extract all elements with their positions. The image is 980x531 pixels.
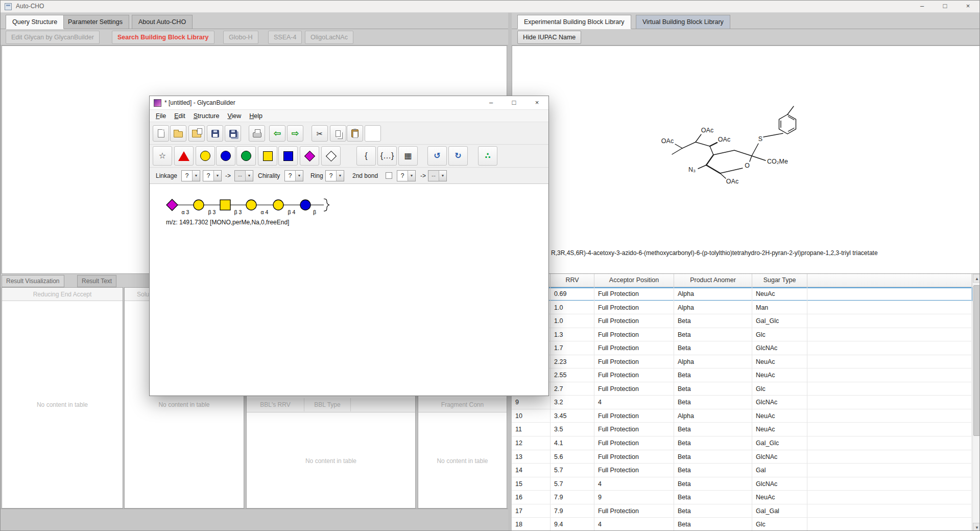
globo-h-button[interactable]: Globo-H: [223, 31, 258, 44]
column-header-blank[interactable]: [807, 274, 972, 287]
table-row[interactable]: 21.0Full ProtectionAlphaMan: [512, 301, 972, 315]
paste-button[interactable]: [347, 125, 363, 142]
table-row[interactable]: 145.7Full ProtectionBetaGal: [512, 464, 972, 477]
glycanbuilder-canvas[interactable]: α 3 β 3 β 3 α 4 β 4 β m/z: 1491.7302 [MO…: [150, 184, 548, 395]
second-bond-combo[interactable]: ?▼: [397, 170, 416, 181]
bracket-button[interactable]: {: [356, 146, 376, 166]
residue-galnac-square[interactable]: [220, 200, 230, 210]
table-row[interactable]: 82.7Full ProtectionBetaGlc: [512, 382, 972, 396]
table-row[interactable]: 135.6Full ProtectionBetaGlcNAc: [512, 450, 972, 464]
redo-button[interactable]: ⇨: [287, 125, 303, 142]
rotate-cw-button[interactable]: ↻: [448, 146, 468, 166]
gb-maximize-button[interactable]: □: [503, 96, 525, 110]
minimize-button[interactable]: –: [911, 1, 934, 13]
residue-gal-circle[interactable]: [246, 200, 256, 210]
circle-yellow-residue-button[interactable]: [196, 146, 215, 166]
table-row[interactable]: 31.0Full ProtectionBetaGal_Glc: [512, 314, 972, 328]
chirality-combo[interactable]: ?▼: [284, 170, 303, 181]
rotate-ccw-button[interactable]: ↺: [427, 146, 447, 166]
table-row[interactable]: 41.3Full ProtectionBetaGlc: [512, 328, 972, 342]
tab-experimental-bbl[interactable]: Experimental Building Block Library: [517, 15, 631, 29]
circle-blue-residue-button[interactable]: [216, 146, 235, 166]
hide-iupac-name-button[interactable]: Hide IUPAC Name: [517, 31, 581, 44]
copy-button[interactable]: [330, 125, 346, 142]
linkage-to-combo[interactable]: ?▼: [203, 170, 222, 181]
table-row[interactable]: 177.9Full ProtectionBetaGal_Gal: [512, 504, 972, 518]
table-row[interactable]: 113.5Full ProtectionBetaNeuAc: [512, 423, 972, 436]
star-residue-button[interactable]: ☆: [153, 146, 172, 166]
table-row[interactable]: 124.1Full ProtectionBetaGal_Glc: [512, 436, 972, 450]
table-row[interactable]: 51.7Full ProtectionBetaGlcNAc: [512, 341, 972, 355]
glycan-structure[interactable]: α 3 β 3 β 3 α 4 β 4 β: [155, 195, 344, 221]
table-row[interactable]: 103.45Full ProtectionAlphaNeuAc: [512, 409, 972, 423]
tab-about-auto-cho[interactable]: About Auto-CHO: [132, 15, 193, 29]
table-row[interactable]: 72.55Full ProtectionBetaNeuAc: [512, 368, 972, 382]
second-bond-target-combo[interactable]: --▼: [428, 170, 447, 181]
cut-button[interactable]: ✂: [312, 125, 328, 142]
column-header-rrv[interactable]: RRV: [551, 274, 594, 287]
second-bond-checkbox[interactable]: [386, 172, 392, 179]
reducing-end-acceptor-header[interactable]: Reducing End Accept: [2, 288, 123, 301]
glycanbuilder-title-bar[interactable]: * [untitled] - GlycanBuilder – □ ×: [150, 96, 548, 110]
repeat-unit-button[interactable]: {…}: [377, 146, 397, 166]
residue-gal-circle[interactable]: [194, 200, 204, 210]
menu-edit[interactable]: Edit: [170, 110, 189, 122]
residue-glc-circle[interactable]: [300, 200, 310, 210]
column-header-acceptor-position[interactable]: Acceptor Position: [594, 274, 674, 287]
menu-file[interactable]: File: [152, 110, 170, 122]
bbl-type-column-header[interactable]: BBL Type: [304, 398, 351, 411]
square-yellow-residue-button[interactable]: [258, 146, 277, 166]
tab-result-visualization[interactable]: Result Visualization: [2, 275, 64, 287]
menu-help[interactable]: Help: [245, 110, 267, 122]
square-blue-residue-button[interactable]: [278, 146, 298, 166]
triangle-red-residue-button[interactable]: [174, 146, 194, 166]
tab-result-text[interactable]: Result Text: [77, 275, 116, 287]
gb-minimize-button[interactable]: –: [480, 96, 503, 110]
save-as-button[interactable]: [225, 125, 241, 142]
oligolacnac-button[interactable]: OligoLacNAc: [305, 31, 353, 44]
column-header-sugar-type[interactable]: Sugar Type: [752, 274, 807, 287]
table-scrollbar[interactable]: ▲ ▼: [972, 274, 980, 531]
circle-green-residue-button[interactable]: [236, 146, 256, 166]
import-document-button[interactable]: [188, 125, 205, 142]
close-button[interactable]: ×: [957, 1, 979, 13]
menu-structure[interactable]: Structure: [189, 110, 224, 122]
tab-query-structure[interactable]: Query Structure: [6, 15, 64, 29]
residue-properties-button[interactable]: ▦: [398, 146, 418, 166]
column-header-product-anomer[interactable]: Product Anomer: [674, 274, 752, 287]
open-document-button[interactable]: [170, 125, 186, 142]
new-document-button[interactable]: [153, 125, 169, 142]
ssea-4-button[interactable]: SSEA-4: [268, 31, 302, 44]
table-row[interactable]: 93.24BetaGlcNAc: [512, 396, 972, 409]
tab-virtual-bbl[interactable]: Virtual Building Block Library: [636, 15, 730, 29]
diamond-white-residue-button[interactable]: [321, 146, 341, 166]
residue-gal-circle[interactable]: [273, 200, 283, 210]
table-row[interactable]: 10.69Full ProtectionAlphaNeuAc: [512, 287, 972, 301]
search-building-block-library-button[interactable]: Search Building Block Library: [112, 31, 214, 44]
layout-structure-button[interactable]: ∴: [478, 146, 497, 166]
edit-glycan-by-glycanbuilder-button[interactable]: Edit Glycan by GlycanBuilder: [6, 31, 100, 44]
linkage-from-combo[interactable]: ?▼: [181, 170, 200, 181]
linkage-target-combo[interactable]: --▼: [234, 170, 253, 181]
tab-parameter-settings[interactable]: Parameter Settings: [61, 15, 129, 29]
undo-button[interactable]: ⇦: [269, 125, 285, 142]
maximize-button[interactable]: □: [934, 1, 957, 13]
main-title-bar[interactable]: Auto-CHO – □ ×: [1, 1, 979, 13]
table-row[interactable]: 62.23Full ProtectionAlphaNeuAc: [512, 355, 972, 369]
bbl-rrv-column-header[interactable]: BBL's RRV: [247, 398, 304, 411]
print-button[interactable]: [249, 125, 265, 142]
table-row[interactable]: 189.44BetaGlc: [512, 518, 972, 531]
scroll-up-arrow[interactable]: ▲: [973, 274, 980, 283]
fragment-connection-header[interactable]: Fragment Conn: [418, 398, 507, 412]
ring-combo[interactable]: ?▼: [325, 170, 344, 181]
residue-neuac-diamond[interactable]: [166, 199, 178, 211]
save-button[interactable]: [207, 125, 223, 142]
scroll-down-arrow[interactable]: ▼: [973, 523, 980, 531]
diamond-magenta-residue-button[interactable]: [300, 146, 319, 166]
table-row[interactable]: 167.99BetaNeuAc: [512, 491, 972, 504]
scroll-thumb[interactable]: [973, 285, 980, 436]
gb-close-button[interactable]: ×: [525, 96, 548, 110]
table-row[interactable]: 155.74BetaGlcNAc: [512, 477, 972, 491]
cell-anomer: Beta: [674, 368, 752, 382]
menu-view[interactable]: View: [223, 110, 245, 122]
